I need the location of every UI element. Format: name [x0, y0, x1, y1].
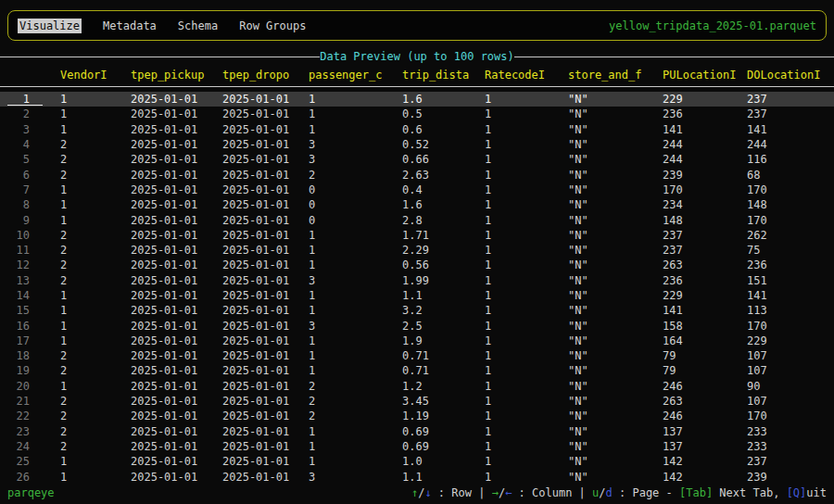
table-row[interactable]: 1222025-01-012025-01-0110.561"N"263236: [0, 258, 834, 272]
table-cell: "N": [568, 153, 663, 166]
table-row[interactable]: 1612025-01-012025-01-0132.51"N"158170: [0, 318, 834, 333]
column-header-tpep_dropo[interactable]: tpep_dropo: [222, 69, 309, 82]
table-cell: 1: [60, 289, 131, 302]
table-row[interactable]: 2012025-01-012025-01-0121.21"N"24690: [0, 379, 834, 394]
table-cell: 2025-01-01: [131, 471, 222, 484]
table-cell: 148: [663, 214, 747, 227]
tab-row-groups[interactable]: Row Groups: [239, 19, 306, 32]
table-cell: 170: [747, 410, 834, 422]
header-separator: [0, 86, 834, 87]
column-header-passenger_c[interactable]: passenger_c: [309, 69, 402, 82]
table-cell: 1: [309, 304, 402, 317]
table-cell: 1: [485, 93, 568, 106]
tab-visualize[interactable]: Visualize: [18, 19, 82, 33]
table-row[interactable]: 2122025-01-012025-01-0123.451"N"263107: [0, 394, 834, 409]
table-row[interactable]: 1922025-01-012025-01-0110.711"N"79107: [0, 363, 834, 378]
table-row[interactable]: 622025-01-012025-01-0122.631"N"23968: [0, 167, 834, 182]
table-cell: 1.71: [402, 229, 485, 242]
column-header-tpep_pickup[interactable]: tpep_pickup: [131, 69, 222, 82]
table-row[interactable]: 1022025-01-012025-01-0111.711"N"237262: [0, 228, 834, 243]
table-cell: 2025-01-01: [131, 455, 222, 468]
table-cell: 229: [663, 289, 747, 302]
table-row[interactable]: 1412025-01-012025-01-0111.11"N"229141: [0, 288, 834, 303]
table-row[interactable]: 1712025-01-012025-01-0111.91"N"164229: [0, 334, 834, 348]
table-cell: "N": [568, 425, 663, 438]
table-row[interactable]: 522025-01-012025-01-0130.661"N"244116: [0, 152, 834, 167]
table-cell: 2025-01-01: [131, 153, 222, 166]
table-cell: 2025-01-01: [131, 440, 222, 453]
table-row[interactable]: 1322025-01-012025-01-0131.991"N"236151: [0, 273, 834, 288]
table-row[interactable]: 1822025-01-012025-01-0110.711"N"79107: [0, 348, 834, 363]
hint-segment: Next Tab,: [713, 486, 786, 499]
table-header-row: VendorItpep_pickuptpep_dropopassenger_ct…: [0, 64, 834, 86]
table-cell: 2: [309, 410, 402, 422]
table-body: 112025-01-012025-01-0111.61"N"2292372120…: [0, 92, 834, 485]
column-header-PULocationI[interactable]: PULocationI: [663, 69, 747, 82]
table-cell: 2: [60, 425, 131, 438]
table-cell: 2025-01-01: [131, 244, 222, 257]
table-row[interactable]: 212025-01-012025-01-0110.51"N"236237: [0, 107, 834, 121]
column-header-RatecodeI[interactable]: RatecodeI: [485, 69, 568, 82]
column-header-trip_dista[interactable]: trip_dista: [402, 69, 485, 82]
column-header-VendorI[interactable]: VendorI: [60, 69, 131, 82]
table-row[interactable]: 112025-01-012025-01-0111.61"N"229237: [0, 92, 834, 107]
table-cell: 2025-01-01: [222, 244, 309, 257]
table-row[interactable]: 2422025-01-012025-01-0110.691"N"137233: [0, 439, 834, 454]
table-cell: 2025-01-01: [222, 229, 309, 242]
table-cell: 0: [309, 183, 402, 196]
table-cell: "N": [568, 320, 663, 333]
table-cell: 2025-01-01: [222, 289, 309, 302]
table-cell: 170: [747, 183, 834, 196]
table-cell: 0.71: [402, 349, 485, 362]
table-cell: 2: [309, 395, 402, 408]
table-cell: 2: [309, 169, 402, 182]
hint-segment: uit: [806, 486, 827, 499]
row-number: 24: [0, 440, 60, 453]
column-header-DOLocationI[interactable]: DOLocationI: [747, 69, 834, 82]
tab-schema[interactable]: Schema: [178, 19, 218, 32]
table-cell: 2: [60, 440, 131, 453]
table-row[interactable]: 1512025-01-012025-01-0113.21"N"141113: [0, 303, 834, 318]
table-cell: 2025-01-01: [131, 289, 222, 302]
table-cell: 0.69: [402, 425, 485, 438]
table-row[interactable]: 2512025-01-012025-01-0111.01"N"142237: [0, 454, 834, 469]
table-row[interactable]: 812025-01-012025-01-0101.61"N"234148: [0, 197, 834, 212]
table-cell: 246: [663, 380, 747, 393]
row-number: 25: [0, 455, 60, 468]
table-row[interactable]: 2322025-01-012025-01-0110.691"N"137233: [0, 424, 834, 439]
row-number: 14: [0, 289, 60, 302]
status-hints: ↑/↓ : Row | →/← : Column | u/d : Page - …: [411, 486, 827, 499]
table-row[interactable]: 712025-01-012025-01-0100.41"N"170170: [0, 183, 834, 197]
table-cell: 263: [663, 258, 747, 271]
row-number: 1: [0, 93, 60, 106]
row-number: 11: [0, 244, 60, 257]
table-cell: 2025-01-01: [222, 274, 309, 287]
table-row[interactable]: 312025-01-012025-01-0110.61"N"141141: [0, 122, 834, 137]
preview-title-row: Data Preview (up to 100 rows): [0, 49, 834, 64]
table-cell: 1: [485, 258, 568, 271]
table-cell: 141: [747, 123, 834, 136]
table-cell: 1: [485, 274, 568, 287]
table-row[interactable]: 2612025-01-012025-01-0131.11"N"142239: [0, 469, 834, 484]
table-cell: 1: [485, 229, 568, 242]
tab-metadata[interactable]: Metadata: [103, 19, 157, 32]
table-cell: 2025-01-01: [131, 380, 222, 393]
table-row[interactable]: 912025-01-012025-01-0102.81"N"148170: [0, 212, 834, 227]
column-header-store_and_f[interactable]: store_and_f: [568, 69, 663, 82]
table-cell: 2025-01-01: [131, 123, 222, 136]
table-cell: 2025-01-01: [131, 304, 222, 317]
table-row[interactable]: 1122025-01-012025-01-0112.291"N"23775: [0, 243, 834, 258]
title-rule-left: [0, 57, 320, 57]
table-cell: "N": [568, 304, 663, 317]
row-number: 15: [0, 304, 60, 317]
table-cell: 68: [747, 169, 834, 182]
table-cell: 1: [60, 334, 131, 347]
table-cell: 1: [485, 169, 568, 182]
table-cell: 0.71: [402, 364, 485, 377]
table-row[interactable]: 422025-01-012025-01-0130.521"N"244244: [0, 137, 834, 152]
preview-title: Data Preview (up to 100 rows): [320, 50, 514, 63]
table-cell: 244: [747, 138, 834, 151]
table-row[interactable]: 2222025-01-012025-01-0121.191"N"246170: [0, 409, 834, 423]
table-cell: 0.6: [402, 123, 485, 136]
table-cell: 3: [309, 153, 402, 166]
